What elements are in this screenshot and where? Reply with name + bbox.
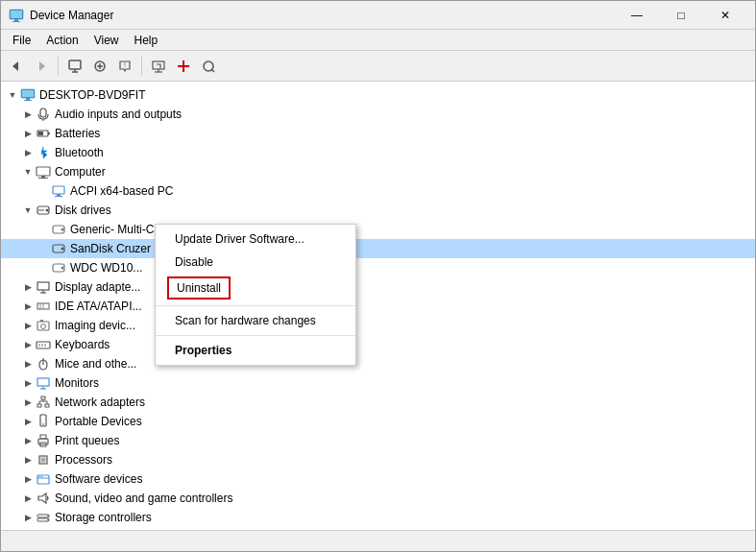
context-menu-disable[interactable]: Disable: [156, 251, 355, 274]
tree-item-wdc[interactable]: ▶ WDC WD10...: [1, 258, 755, 277]
system-icon: [36, 529, 51, 530]
monitor-icon: [36, 375, 51, 391]
device-tree[interactable]: ▼ DESKTOP-BVD9FIT ▶ Audio inputs and out…: [1, 82, 755, 530]
svg-rect-6: [69, 60, 81, 69]
svg-rect-52: [40, 320, 43, 322]
tree-item-batteries[interactable]: ▶ Batteries: [1, 124, 755, 143]
tree-item-computer[interactable]: ▼ Computer: [1, 162, 755, 181]
batteries-label: Batteries: [55, 127, 100, 140]
tree-item-print[interactable]: ▶ Print queues: [1, 431, 755, 450]
network-label: Network adapters: [55, 396, 145, 409]
tree-item-bluetooth[interactable]: ▶ Bluetooth: [1, 143, 755, 162]
menu-view[interactable]: View: [86, 30, 127, 50]
ide-label: IDE ATA/ATAPI...: [55, 300, 141, 313]
expand-software[interactable]: ▶: [20, 471, 36, 487]
toolbar-btn-5[interactable]: [172, 55, 195, 78]
expand-keyboards[interactable]: ▶: [20, 337, 36, 352]
storage-icon: [36, 510, 51, 525]
svg-point-39: [61, 228, 64, 231]
maximize-button[interactable]: □: [659, 1, 703, 30]
context-menu-uninstall[interactable]: Uninstall: [167, 276, 231, 300]
tree-item-display[interactable]: ▶ Display adapte...: [1, 277, 755, 297]
svg-rect-60: [37, 378, 49, 386]
svg-rect-63: [41, 396, 45, 399]
svg-rect-28: [38, 132, 43, 135]
svg-point-85: [47, 519, 49, 521]
expand-network[interactable]: ▶: [20, 395, 36, 410]
tree-item-storage[interactable]: ▶ Storage controllers: [1, 508, 755, 527]
svg-point-36: [46, 209, 49, 212]
portable-label: Portable Devices: [55, 415, 142, 428]
context-menu-separator: [156, 305, 355, 306]
context-menu-update-driver[interactable]: Update Driver Software...: [156, 228, 355, 251]
expand-sound[interactable]: ▶: [20, 491, 36, 506]
toolbar-btn-2[interactable]: [88, 55, 111, 78]
tree-item-network[interactable]: ▶ Network adapters: [1, 393, 755, 412]
tree-item-keyboards[interactable]: ▶ Keyboards: [1, 335, 755, 354]
expand-display[interactable]: ▶: [20, 279, 36, 295]
expand-processors[interactable]: ▶: [20, 452, 36, 468]
expand-batteries[interactable]: ▶: [20, 126, 36, 141]
svg-rect-27: [48, 132, 50, 134]
context-menu: Update Driver Software... Disable Uninst…: [155, 224, 356, 366]
expand-diskdrives[interactable]: ▼: [20, 203, 36, 218]
tree-item-diskdrives[interactable]: ▼ Disk drives: [1, 201, 755, 220]
tree-item-generic-usb[interactable]: ▶ Generic- Multi-Card USB Device: [1, 220, 755, 239]
tree-item-sound[interactable]: ▶ Sound, video and game controllers: [1, 489, 755, 508]
menu-file[interactable]: File: [5, 30, 38, 50]
forward-button[interactable]: [30, 55, 53, 78]
tree-item-processors[interactable]: ▶ Processors: [1, 450, 755, 469]
svg-rect-22: [24, 100, 32, 101]
back-button[interactable]: [5, 55, 28, 78]
toolbar-btn-1[interactable]: [63, 55, 86, 78]
context-menu-scan[interactable]: Scan for hardware changes: [156, 309, 355, 332]
expand-audio[interactable]: ▶: [20, 107, 36, 122]
hdd-icon-3: [51, 260, 66, 276]
tree-item-ide[interactable]: ▶ IDE ATA/ATAPI...: [1, 297, 755, 316]
svg-marker-4: [12, 61, 18, 71]
sound-icon: [36, 491, 51, 506]
expand-root[interactable]: ▼: [5, 87, 20, 103]
expand-mice[interactable]: ▶: [20, 356, 36, 372]
expand-imaging[interactable]: ▶: [20, 318, 36, 333]
tree-item-monitors[interactable]: ▶ Monitors: [1, 373, 755, 393]
expand-print[interactable]: ▶: [20, 433, 36, 448]
tree-item-mice[interactable]: ▶ Mice and othe...: [1, 354, 755, 373]
context-menu-properties[interactable]: Properties: [156, 339, 355, 362]
minimize-button[interactable]: —: [615, 1, 659, 30]
expand-portable[interactable]: ▶: [20, 414, 36, 429]
tree-item-acpi[interactable]: ▶ ACPI x64-based PC: [1, 181, 755, 201]
display-icon: [36, 279, 51, 295]
software-label: Software devices: [55, 472, 142, 486]
svg-marker-81: [38, 493, 46, 503]
expand-storage[interactable]: ▶: [20, 510, 36, 525]
svg-rect-23: [22, 90, 34, 97]
expand-ide[interactable]: ▶: [20, 299, 36, 314]
tree-item-system[interactable]: ▶ System devices: [1, 527, 755, 530]
tree-item-software[interactable]: ▶ Software devices: [1, 469, 755, 489]
toolbar-btn-4[interactable]: [147, 55, 170, 78]
tree-item-imaging[interactable]: ▶ Imaging devic...: [1, 316, 755, 335]
menu-help[interactable]: Help: [127, 30, 166, 50]
tree-item-audio[interactable]: ▶ Audio inputs and outputs: [1, 105, 755, 124]
close-button[interactable]: ✕: [703, 1, 747, 30]
expand-bluetooth[interactable]: ▶: [20, 145, 36, 160]
monitors-label: Monitors: [55, 376, 99, 390]
tree-item-sandisk[interactable]: ▶ SanDisk Cruzer Force USB Device: [1, 239, 755, 258]
svg-rect-13: [153, 61, 164, 69]
tree-item-root[interactable]: ▼ DESKTOP-BVD9FIT: [1, 85, 755, 105]
portable-icon: [36, 414, 51, 429]
hdd-icon-1: [51, 222, 66, 237]
toolbar-btn-3[interactable]: !: [113, 55, 136, 78]
svg-rect-73: [40, 435, 46, 439]
main-content: ▼ DESKTOP-BVD9FIT ▶ Audio inputs and out…: [1, 82, 755, 530]
bluetooth-label: Bluetooth: [55, 146, 104, 159]
expand-monitors[interactable]: ▶: [20, 375, 36, 391]
svg-rect-29: [37, 167, 50, 176]
expand-system[interactable]: ▶: [20, 529, 36, 530]
toolbar-btn-6[interactable]: [197, 55, 220, 78]
imaging-label: Imaging devic...: [55, 319, 135, 332]
tree-item-portable[interactable]: ▶ Portable Devices: [1, 412, 755, 431]
expand-computer[interactable]: ▼: [20, 164, 36, 180]
menu-action[interactable]: Action: [38, 30, 85, 50]
